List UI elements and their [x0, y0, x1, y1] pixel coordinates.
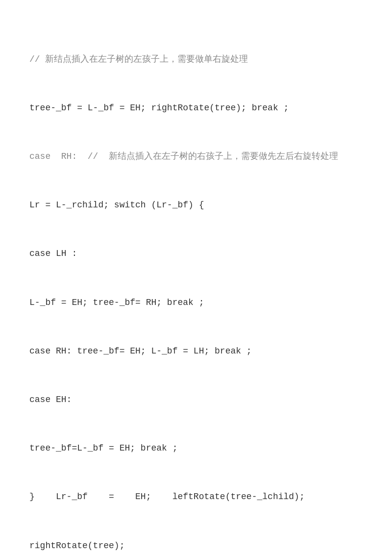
line-5: case LH : — [29, 246, 363, 261]
line-11: rightRotate(tree); — [29, 538, 363, 554]
line-2: tree-_bf = L-_bf = EH; rightRotate(tree)… — [29, 100, 363, 116]
line-7: case RH: tree-_bf= EH; L-_bf = LH; break… — [29, 343, 363, 359]
line-3: case RH: // 新结点插入在左子树的右孩子上，需要做先左后右旋转处理 — [29, 149, 363, 164]
line-8: case EH: — [29, 392, 363, 407]
line-9: tree-_bf=L-_bf = EH; break ; — [29, 440, 363, 456]
line-1: // 新结点插入在左子树的左孩子上，需要做单右旋处理 — [29, 51, 363, 67]
line-4: Lr = L-_rchild; switch (Lr-_bf) { — [29, 197, 363, 213]
line-10: } Lr-_bf = EH; leftRotate(tree-_lchild); — [29, 489, 363, 505]
line-6: L-_bf = EH; tree-_bf= RH; break ; — [29, 295, 363, 310]
code-content: // 新结点插入在左子树的左孩子上，需要做单右旋处理 tree-_bf = L-… — [29, 20, 363, 555]
